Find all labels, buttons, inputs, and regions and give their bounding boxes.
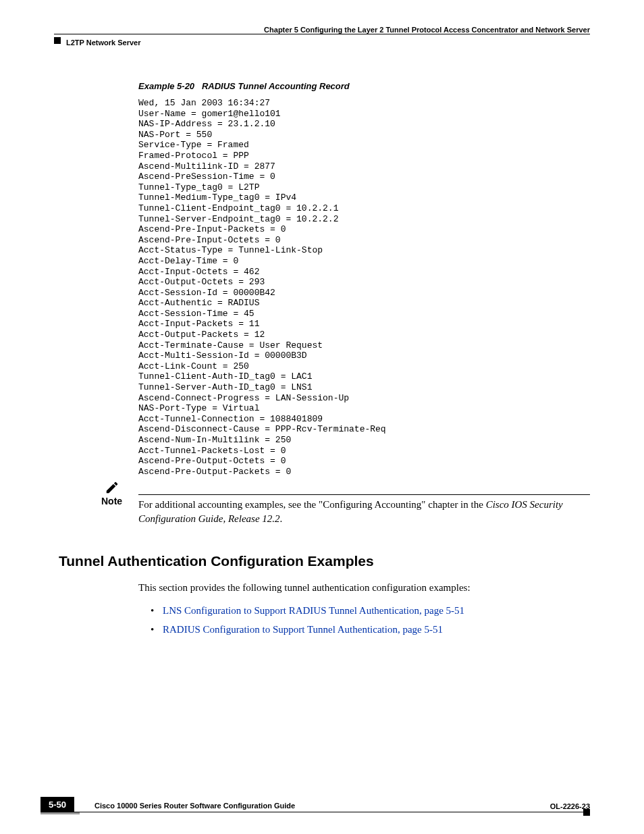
note-text-part1: For additional accounting examples, see … (138, 499, 486, 510)
note-text: For additional accounting examples, see … (138, 494, 590, 526)
section-heading: Tunnel Authentication Configuration Exam… (59, 553, 590, 569)
link-lns-config[interactable]: LNS Configuration to Support RADIUS Tunn… (163, 605, 464, 616)
note-pen-icon (105, 480, 119, 498)
note-block: Note For additional accounting examples,… (101, 482, 590, 526)
example-number: Example 5-20 (138, 81, 194, 91)
page-footer: Cisco 10000 Series Router Software Confi… (41, 802, 590, 812)
example-heading: Example 5-20 RADIUS Tunnel Accounting Re… (138, 81, 590, 91)
section-marker-icon (54, 37, 61, 44)
section-intro: This section provides the following tunn… (138, 580, 590, 596)
code-listing: Wed, 15 Jan 2003 16:34:27 User-Name = go… (138, 98, 590, 477)
link-list: LNS Configuration to Support RADIUS Tunn… (151, 601, 590, 640)
main-content: Example 5-20 RADIUS Tunnel Accounting Re… (138, 81, 590, 640)
page-header: Chapter 5 Configuring the Layer 2 Tunnel… (54, 26, 590, 34)
footer-doc-id: OL-2226-23 (550, 802, 590, 810)
page-number-shadow (41, 812, 80, 814)
list-item: RADIUS Configuration to Support Tunnel A… (151, 620, 590, 640)
footer-guide-title: Cisco 10000 Series Router Software Confi… (95, 802, 590, 812)
list-item: LNS Configuration to Support RADIUS Tunn… (151, 601, 590, 621)
link-radius-config[interactable]: RADIUS Configuration to Support Tunnel A… (163, 624, 443, 635)
example-title-text: RADIUS Tunnel Accounting Record (202, 81, 350, 91)
note-text-part3: . (280, 513, 283, 524)
footer-rule (74, 812, 590, 812)
header-rule (54, 34, 590, 34)
section-label: L2TP Network Server (66, 38, 140, 47)
chapter-label: Chapter 5 Configuring the Layer 2 Tunnel… (264, 26, 590, 34)
page-number: 5-50 (41, 797, 74, 812)
